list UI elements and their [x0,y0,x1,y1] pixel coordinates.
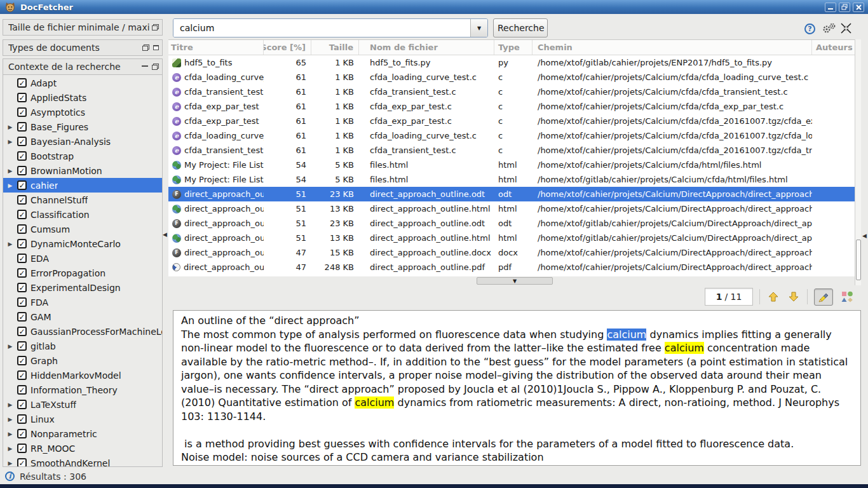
tree-item-ChannelStuff[interactable]: ✓ChannelStuff [3,193,162,207]
table-row[interactable]: cfda_transient_test611 KBcfda_transient_… [168,85,855,99]
table-row[interactable]: cfda_exp_par_test611 KBcfda_exp_par_test… [168,99,855,114]
checkbox-checked[interactable]: ✓ [17,122,27,132]
tree-item-Graph[interactable]: ✓Graph [3,353,162,368]
tree-item-Cumsum[interactable]: ✓Cumsum [3,222,162,236]
table-row[interactable]: direct_approach_outline5113 KBdirect_app… [168,231,855,245]
checkbox-checked[interactable]: ✓ [17,239,27,248]
table-vertical-scrollbar[interactable] [855,39,861,285]
search-button[interactable]: Recherche [493,18,548,37]
checkbox-checked[interactable]: ✓ [17,78,27,88]
checkbox-checked[interactable]: ✓ [17,385,27,395]
maximize-panel-icon[interactable] [153,45,159,50]
tree-item-Adapt[interactable]: ✓Adapt [3,76,162,90]
checkbox-checked[interactable]: ✓ [17,312,27,322]
tree-item-Bayesian-Analysis[interactable]: ▶✓Bayesian-Analysis [3,134,162,149]
checkbox-checked[interactable]: ✓ [17,254,27,263]
expander-arrow-icon[interactable]: ▶ [3,139,13,145]
expander-arrow-icon[interactable]: ▶ [3,168,13,174]
checkbox-checked[interactable]: ✓ [17,283,27,292]
help-icon[interactable]: ? [804,24,815,34]
toggle-maximize-view-icon[interactable] [841,23,851,36]
tree-item-Information_Theory[interactable]: ✓Information_Theory [3,383,162,397]
expander-arrow-icon[interactable]: ▶ [3,431,13,437]
expander-arrow-icon[interactable]: ▶ [3,241,13,247]
tree-item-DynamicMonteCarlo[interactable]: ▶✓DynamicMonteCarlo [3,236,162,251]
table-row[interactable]: direct_approach_outline47248 KBdirect_ap… [168,260,855,274]
tree-item-ExperimentalDesign[interactable]: ✓ExperimentalDesign [3,280,162,295]
checkbox-checked[interactable]: ✓ [17,356,27,365]
expander-arrow-icon[interactable]: ▶ [3,445,13,452]
tree-item-Nonparametric[interactable]: ▶✓Nonparametric [3,426,162,441]
expander-arrow-icon[interactable]: ▶ [3,402,13,408]
tree-item-SmoothAndKernel[interactable]: ▶✓SmoothAndKernel [3,456,162,466]
preferences-gears-icon[interactable] [822,22,837,36]
scrollbar-thumb[interactable] [856,240,861,280]
expander-arrow-icon[interactable]: ▶ [3,182,13,189]
restore-panel-icon[interactable] [152,64,159,70]
checkbox-checked[interactable]: ✓ [17,166,27,175]
tree-item-gitlab[interactable]: ▶✓gitlab [3,339,162,353]
tree-item-cahier[interactable]: ▶✓cahier [3,178,162,193]
tree-item-Base_Figures[interactable]: ▶✓Base_Figures [3,119,162,134]
table-row[interactable]: direct_approach_outline5113 KBdirect_app… [168,201,855,216]
tree-item-HiddenMarkovModel[interactable]: ✓HiddenMarkovModel [3,368,162,383]
table-row[interactable]: direct_approach_outline5123 KBdirect_app… [168,187,855,201]
tree-item-BrownianMotion[interactable]: ▶✓BrownianMotion [3,163,162,178]
restore-panel-icon[interactable] [152,24,159,30]
search-history-dropdown-button[interactable]: ▼ [470,19,487,37]
search-input[interactable] [173,19,470,37]
tree-item-ErrorPropagation[interactable]: ✓ErrorPropagation [3,266,162,280]
restore-button[interactable] [839,3,850,12]
tree-item-Bootstrap[interactable]: ✓Bootstrap [3,149,162,163]
tree-item-EDA[interactable]: ✓EDA [3,251,162,266]
checkbox-checked[interactable]: ✓ [17,400,27,409]
expander-arrow-icon[interactable]: ▶ [3,460,13,466]
checkbox-checked[interactable]: ✓ [17,93,27,102]
sash-handle[interactable]: ▼ [477,277,553,285]
highlighting-toggle-button[interactable] [814,288,833,306]
checkbox-checked[interactable]: ✓ [17,224,27,234]
column-header-type[interactable]: Type [494,40,532,55]
right-sash[interactable]: ◀ [861,14,868,468]
tree-item-GAM[interactable]: ✓GAM [3,309,162,324]
column-header-chemin[interactable]: Chemin [532,40,812,55]
table-row[interactable]: cfda_loading_curve_test611 KBcfda_loadin… [168,70,855,85]
table-row[interactable]: cfda_transient_test611 KBcfda_transient_… [168,143,855,158]
table-row[interactable]: direct_approach_outline5123 KBdirect_app… [168,216,855,231]
column-header-titre[interactable]: Titre [168,40,264,55]
filesize-panel-header[interactable]: Taille de fichier minimale / maximale [3,19,163,36]
checkbox-checked[interactable]: ✓ [17,458,27,466]
checkbox-checked[interactable]: ✓ [17,210,27,219]
previous-occurrence-button[interactable] [766,290,780,304]
expander-arrow-icon[interactable]: ▶ [3,343,13,349]
column-header-auteurs[interactable]: Auteurs [812,40,855,55]
checkbox-checked[interactable]: ✓ [17,327,27,336]
expander-arrow-icon[interactable]: ▶ [3,124,13,130]
checkbox-checked[interactable]: ✓ [17,137,27,146]
table-row[interactable]: My Project: File List545 KBfiles.htmlhtm… [168,172,855,187]
preview-text[interactable]: An outline of the “direct approach” The … [173,310,861,466]
tree-item-RR_MOOC[interactable]: ▶✓RR_MOOC [3,441,162,456]
minimize-panel-icon[interactable] [142,64,148,67]
collapse-right-arrow-icon[interactable]: ◀ [862,233,867,239]
doctypes-panel-header[interactable]: Types de documents [3,39,163,56]
next-occurrence-button[interactable] [787,290,801,304]
checkbox-checked[interactable]: ✓ [17,429,27,438]
tree-item-Classification[interactable]: ✓Classification [3,207,162,222]
table-row[interactable]: My Project: File List545 KBfiles.htmlhtm… [168,158,855,172]
checkbox-checked[interactable]: ✓ [17,151,27,161]
close-button[interactable] [853,3,864,12]
column-header-nom[interactable]: Nom de fichier [359,40,494,55]
table-row[interactable]: cfda_loading_curve_test611 KBcfda_loadin… [168,128,855,143]
checkbox-checked[interactable]: ✓ [17,444,27,453]
scope-panel-header[interactable]: Contexte de la recherche [3,58,163,75]
highlight-shapes-icon[interactable] [839,289,855,304]
tree-item-AppliedStats[interactable]: ✓AppliedStats [3,90,162,105]
expander-arrow-icon[interactable]: ▶ [3,416,13,423]
tree-item-LaTeXstuff[interactable]: ▶✓LaTeXstuff [3,397,162,412]
checkbox-checked[interactable]: ✓ [17,180,27,190]
checkbox-checked[interactable]: ✓ [17,341,27,351]
minimize-button[interactable] [825,3,836,12]
tree-item-Asymptotics[interactable]: ✓Asymptotics [3,105,162,119]
tree-item-Linux[interactable]: ▶✓Linux [3,412,162,426]
